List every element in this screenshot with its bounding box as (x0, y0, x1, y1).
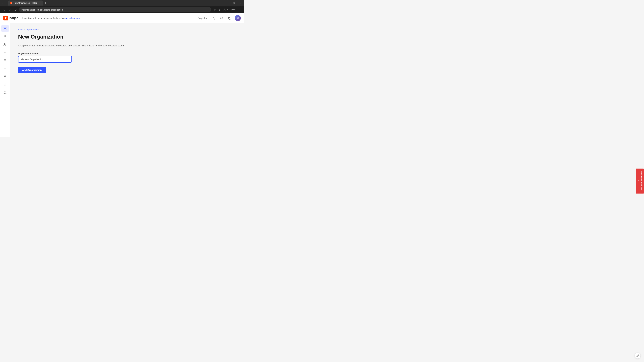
add-organization-button[interactable]: Add Organization (18, 67, 46, 73)
tab-back-button[interactable]: ‹ (1, 1, 4, 5)
sidebar-item-filters[interactable] (1, 65, 9, 72)
org-name-label-text: Organization name (18, 52, 38, 55)
svg-rect-13 (4, 92, 4, 92)
svg-rect-14 (6, 92, 6, 92)
subscribe-link[interactable]: subscribing now (64, 17, 80, 19)
required-star: * (38, 52, 39, 55)
sidebar (0, 23, 10, 137)
svg-rect-15 (4, 93, 4, 94)
minimize-button[interactable]: — (226, 1, 231, 5)
incognito-label: Incognito (227, 8, 236, 11)
org-name-input[interactable] (18, 56, 72, 63)
sidebar-item-code[interactable] (1, 81, 9, 88)
extension-button[interactable]: ⧈ (218, 7, 221, 12)
trial-banner: 11 trial days left - keep advanced featu… (20, 17, 194, 19)
tab-forward-button[interactable]: › (5, 1, 8, 5)
svg-rect-5 (5, 27, 6, 28)
back-nav-button[interactable] (2, 7, 6, 12)
logo-icon (3, 16, 8, 20)
incognito-indicator: Incognito (222, 7, 237, 12)
language-label: English (198, 17, 206, 19)
chevron-down-icon: ▾ (206, 17, 207, 19)
active-tab[interactable]: H New Organization - Hotjar ✕ (8, 0, 43, 5)
reload-button[interactable] (14, 7, 18, 12)
svg-point-8 (4, 35, 6, 36)
org-name-form-group: Organization name * (18, 52, 236, 63)
close-button[interactable]: ✕ (238, 1, 243, 5)
svg-rect-16 (6, 93, 6, 94)
breadcrumb[interactable]: Sites & Organizations (18, 28, 39, 31)
new-tab-button[interactable]: + (44, 1, 48, 5)
svg-rect-12 (4, 77, 6, 78)
svg-point-1 (221, 17, 222, 18)
app-layout: Sites & Organizations New Organization G… (0, 23, 244, 137)
sidebar-item-users[interactable] (1, 33, 9, 40)
page-description: Group your sites into Organizations to s… (18, 44, 236, 47)
main-content: Sites & Organizations New Organization G… (10, 23, 244, 137)
org-name-label: Organization name * (18, 52, 236, 55)
page-title: New Organization (18, 33, 236, 40)
svg-point-9 (4, 43, 5, 44)
url-text: insights.hotjar.com/site/create-organiza… (22, 8, 209, 11)
topbar-actions: English ▾ U (196, 15, 241, 21)
forward-nav-button[interactable] (8, 7, 12, 12)
sidebar-item-dashboard[interactable] (1, 25, 9, 32)
address-bar[interactable]: insights.hotjar.com/site/create-organiza… (19, 7, 211, 12)
sidebar-item-team[interactable] (1, 41, 9, 48)
hotjar-logo[interactable]: hotjar (3, 16, 18, 20)
trial-message: 11 trial days left - keep advanced featu… (20, 17, 64, 19)
svg-rect-7 (5, 29, 6, 30)
avatar[interactable]: U (235, 15, 241, 21)
app-topbar: hotjar 11 trial days left - keep advance… (0, 13, 244, 23)
svg-point-10 (5, 44, 6, 44)
maximize-button[interactable]: ⧉ (232, 1, 237, 5)
sidebar-item-security[interactable] (1, 73, 9, 80)
add-user-icon-button[interactable] (219, 15, 225, 21)
tab-favicon-icon: H (10, 2, 12, 4)
sidebar-item-reports[interactable] (1, 57, 9, 64)
sidebar-item-heatmaps[interactable] (1, 49, 9, 56)
svg-rect-6 (4, 29, 5, 30)
upgrade-icon-button[interactable] (211, 15, 217, 21)
bookmark-button[interactable]: ☆ (212, 7, 217, 12)
language-dropdown[interactable]: English ▾ (196, 16, 209, 20)
sidebar-item-integrations[interactable] (1, 89, 9, 96)
tab-title: New Organization - Hotjar (14, 2, 37, 4)
svg-point-0 (224, 9, 225, 10)
help-icon-button[interactable] (227, 15, 233, 21)
logo-text: hotjar (10, 16, 18, 20)
tab-close-button[interactable]: ✕ (38, 1, 41, 4)
svg-point-3 (230, 18, 230, 19)
menu-button[interactable]: ⋮ (238, 7, 242, 12)
svg-rect-4 (4, 27, 5, 28)
